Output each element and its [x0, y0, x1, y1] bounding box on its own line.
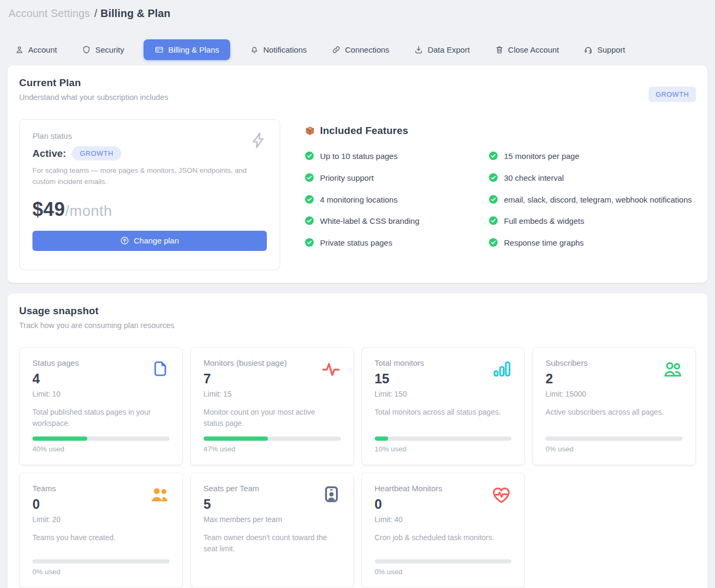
- plan-description: For scaling teams — more pages & monitor…: [32, 165, 250, 188]
- credit-card-icon: [155, 45, 164, 54]
- feature-item: 30 check interval: [489, 167, 696, 189]
- usage-card-description: Monitor count on your most active status…: [204, 407, 337, 429]
- usage-card-value: 15: [375, 371, 512, 387]
- breadcrumb-page-title: Billing & Plan: [100, 7, 171, 19]
- feature-text: email, slack, discord, telegram, webhook…: [504, 194, 692, 206]
- usage-card-title: Monitors (busiest page): [204, 358, 341, 367]
- check-circle-icon: [305, 195, 314, 204]
- tab-label: Account: [28, 46, 57, 54]
- usage-card-teams: Teams0Limit: 20Teams you have created.0%…: [19, 473, 183, 588]
- usage-card-limit: Limit: 150: [375, 390, 512, 398]
- usage-card-limit: Limit: 10: [32, 390, 170, 398]
- usage-card-description: Total published status pages in your wor…: [32, 407, 165, 429]
- plan-tier-badge: GROWTH: [649, 87, 696, 102]
- check-circle-icon: [489, 151, 498, 161]
- usage-percent-label: 0% used: [32, 568, 170, 576]
- person-icon: [15, 45, 24, 54]
- plan-status-label: Plan status: [32, 131, 267, 140]
- tab-connections[interactable]: Connections: [326, 40, 394, 59]
- check-circle-icon: [305, 173, 314, 182]
- usage-progress: 47% used: [204, 429, 341, 453]
- feature-item: White-label & CSS branding: [305, 211, 489, 232]
- change-plan-button[interactable]: Change plan: [32, 231, 267, 251]
- breadcrumb-separator: /: [94, 7, 97, 19]
- check-circle-icon: [489, 173, 498, 182]
- feature-item: Full embeds & widgets: [489, 211, 696, 232]
- usage-card-limit: Limit: 20: [32, 515, 170, 524]
- feature-item: Private status pages: [305, 232, 489, 254]
- trash-icon: [495, 45, 504, 54]
- check-circle-icon: [489, 216, 498, 225]
- tab-billing[interactable]: Billing & Plans: [144, 39, 230, 60]
- progress-track: [375, 436, 512, 441]
- change-plan-label: Change plan: [133, 236, 179, 245]
- usage-card-value: 4: [32, 371, 170, 387]
- tab-label: Billing & Plans: [168, 46, 219, 54]
- tab-label: Connections: [345, 46, 389, 54]
- bar-chart-icon: [492, 359, 511, 379]
- usage-card-limit: Limit: 15000: [545, 390, 683, 398]
- usage-percent-label: 47% used: [204, 445, 341, 453]
- feature-item: 15 monitors per page: [489, 146, 696, 167]
- progress-fill: [204, 436, 268, 441]
- feature-text: Full embeds & widgets: [504, 215, 584, 227]
- bell-icon: [250, 45, 259, 54]
- progress-track: [32, 436, 170, 441]
- breadcrumb-account-settings[interactable]: Account Settings: [9, 7, 90, 19]
- usage-card-limit: Limit: 15: [204, 390, 341, 398]
- check-circle-icon: [489, 195, 498, 204]
- feature-text: Response time graphs: [504, 237, 584, 249]
- current-plan-title: Current Plan: [19, 77, 696, 89]
- plan-status-value: Active:: [32, 148, 66, 159]
- usage-card-value: 5: [204, 497, 341, 512]
- usage-card-value: 7: [204, 371, 341, 387]
- tab-support[interactable]: Support: [578, 40, 630, 59]
- document-icon: [151, 359, 170, 378]
- usage-percent-label: 40% used: [32, 445, 170, 453]
- plan-price-amount: $49: [32, 198, 65, 221]
- usage-card-limit: Limit: 40: [375, 515, 512, 524]
- feature-text: Up to 10 status pages: [320, 150, 398, 162]
- heart-pulse-icon: [491, 485, 511, 505]
- plan-status-tier-pill: GROWTH: [72, 146, 121, 161]
- usage-progress: 0% used: [32, 552, 170, 576]
- usage-card-status-pages: Status pages4Limit: 10Total published st…: [19, 347, 183, 465]
- usage-card-monitors-busiest-page: Monitors (busiest page)7Limit: 15Monitor…: [190, 347, 354, 465]
- features-grid: Up to 10 status pages15 monitors per pag…: [305, 146, 696, 254]
- check-circle-icon: [489, 238, 498, 247]
- tab-security[interactable]: Security: [77, 40, 129, 59]
- link-icon: [332, 45, 341, 54]
- feature-text: Private status pages: [320, 237, 392, 249]
- progress-fill: [375, 436, 389, 441]
- arrow-up-circle-icon: [120, 236, 129, 245]
- check-circle-icon: [305, 151, 314, 161]
- tab-data-export[interactable]: Data Export: [409, 40, 475, 59]
- headset-icon: [584, 45, 593, 54]
- usage-percent-label: 0% used: [375, 568, 512, 576]
- progress-track: [375, 559, 512, 564]
- usage-card-description: Teams you have created.: [32, 532, 165, 543]
- usage-snapshot-section: Usage snapshot Track how you are consumi…: [7, 293, 708, 588]
- pulse-icon: [321, 359, 341, 379]
- feature-text: Priority support: [320, 172, 374, 184]
- feature-item: Priority support: [305, 167, 489, 189]
- current-plan-section: Current Plan Understand what your subscr…: [7, 65, 708, 283]
- usage-card-seats-per-team: Seats per Team5Max members per teamTeam …: [190, 473, 354, 588]
- lightning-icon: [250, 131, 268, 149]
- tab-notifications[interactable]: Notifications: [245, 40, 312, 59]
- usage-progress: 40% used: [32, 429, 170, 453]
- id-badge-icon: [322, 485, 341, 503]
- progress-fill: [32, 436, 87, 441]
- people-outline-icon: [662, 359, 683, 380]
- plan-status-card: Plan status Active: GROWTH For scaling t…: [19, 119, 280, 270]
- progress-track: [32, 559, 170, 564]
- usage-card-title: Seats per Team: [204, 484, 341, 493]
- tab-account[interactable]: Account: [10, 40, 62, 59]
- tab-label: Security: [95, 46, 124, 54]
- settings-tab-bar: AccountSecurityBilling & PlansNotificati…: [10, 39, 708, 60]
- usage-subtitle: Track how you are consuming plan resourc…: [19, 321, 696, 330]
- feature-item: Up to 10 status pages: [305, 146, 489, 167]
- tab-close-account[interactable]: Close Account: [490, 40, 565, 59]
- usage-grid: Status pages4Limit: 10Total published st…: [19, 347, 696, 588]
- included-features: Included Features Up to 10 status pages1…: [305, 119, 696, 254]
